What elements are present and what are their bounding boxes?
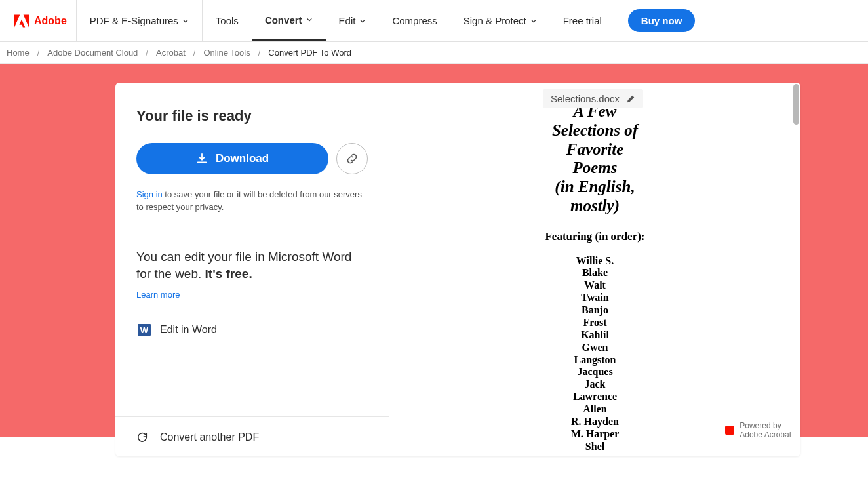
breadcrumb-doc-cloud[interactable]: Adobe Document Cloud	[47, 48, 138, 58]
adobe-logo-box[interactable]: Adobe	[5, 0, 77, 41]
download-icon	[196, 153, 208, 165]
refresh-icon	[136, 432, 148, 443]
edit-promo-text: You can edit your file in Microsoft Word…	[136, 249, 368, 283]
filename-text: Selections.docx	[551, 93, 620, 104]
edit-in-word-label: Edit in Word	[160, 324, 217, 336]
left-panel: Your file is ready Download Sign in to s…	[115, 83, 389, 456]
nav-sign-protect[interactable]: Sign & Protect	[450, 0, 550, 41]
adobe-logo-text: Adobe	[34, 15, 67, 27]
nav-free-trial-label: Free trial	[563, 15, 602, 26]
nav-tools-label: Tools	[216, 15, 239, 26]
breadcrumb-separator: /	[146, 48, 148, 58]
adobe-logo-icon	[14, 14, 29, 28]
download-row: Download	[136, 143, 368, 174]
chevron-down-icon	[306, 16, 313, 23]
nav-convert-label: Convert	[265, 14, 302, 26]
breadcrumb-home[interactable]: Home	[7, 48, 30, 58]
breadcrumb-current: Convert PDF To Word	[268, 48, 351, 58]
top-navigation: Adobe PDF & E-Signatures Tools Convert E…	[0, 0, 868, 42]
nav-compress-label: Compress	[392, 15, 437, 26]
nav-free-trial[interactable]: Free trial	[550, 0, 615, 41]
doc-title: A FewSelections ofFavoritePoems(in Engli…	[448, 102, 741, 216]
convert-another-button[interactable]: Convert another PDF	[136, 430, 368, 443]
signin-message: Sign in to save your file or it will be …	[136, 189, 368, 214]
copy-link-button[interactable]	[336, 143, 368, 174]
chevron-down-icon	[530, 18, 537, 24]
poet-list: Willie S.BlakeWaltTwainBanjoFrostKahlilG…	[448, 255, 741, 453]
nav-sign-protect-label: Sign & Protect	[464, 15, 526, 26]
nav-pdf-esignatures-label: PDF & E-Signatures	[90, 15, 178, 26]
convert-another-label: Convert another PDF	[160, 432, 259, 443]
nav-pdf-esignatures[interactable]: PDF & E-Signatures	[77, 0, 203, 41]
chevron-down-icon	[359, 18, 366, 24]
preview-panel: Selections.docx A FewSelections ofFavori…	[389, 83, 800, 456]
download-button[interactable]: Download	[136, 143, 328, 174]
download-button-label: Download	[216, 152, 269, 165]
buy-now-button[interactable]: Buy now	[628, 9, 696, 32]
breadcrumb-separator: /	[258, 48, 261, 58]
nav-edit-label: Edit	[339, 15, 356, 26]
edit-in-word-button[interactable]: W Edit in Word	[136, 322, 368, 338]
nav-edit[interactable]: Edit	[326, 0, 380, 41]
chevron-down-icon	[182, 18, 189, 24]
nav-convert[interactable]: Convert	[252, 0, 326, 41]
pencil-icon	[626, 94, 635, 104]
ready-title: Your file is ready	[136, 108, 368, 125]
divider	[115, 416, 389, 417]
scrollbar-thumb[interactable]	[793, 84, 799, 125]
nav-items: PDF & E-Signatures Tools Convert Edit Co…	[77, 0, 696, 41]
signin-link[interactable]: Sign in	[136, 190, 163, 199]
link-icon	[346, 153, 358, 165]
document-preview: A FewSelections ofFavoritePoems(in Engli…	[448, 102, 741, 456]
edit-promo-free: It's free.	[205, 267, 252, 281]
breadcrumb-online-tools[interactable]: Online Tools	[203, 48, 250, 58]
nav-tools[interactable]: Tools	[203, 0, 252, 41]
divider	[136, 230, 368, 230]
breadcrumb: Home / Adobe Document Cloud / Acrobat / …	[0, 42, 868, 64]
breadcrumb-separator: /	[37, 48, 40, 58]
pdf-icon	[725, 426, 734, 435]
powered-by-text: Powered by Adobe Acrobat	[740, 421, 791, 439]
filename-chip[interactable]: Selections.docx	[543, 89, 643, 108]
breadcrumb-acrobat[interactable]: Acrobat	[156, 48, 186, 58]
nav-compress[interactable]: Compress	[379, 0, 450, 41]
main-stage: Your file is ready Download Sign in to s…	[115, 83, 800, 456]
signin-rest: to save your file or it will be deleted …	[136, 190, 362, 212]
learn-more-link[interactable]: Learn more	[136, 290, 368, 300]
breadcrumb-separator: /	[193, 48, 196, 58]
powered-line1: Powered by	[740, 421, 791, 430]
svg-text:W: W	[140, 325, 149, 335]
doc-featuring: Featuring (in order):	[448, 230, 741, 243]
powered-line2: Adobe Acrobat	[740, 430, 791, 439]
word-icon: W	[136, 322, 152, 338]
powered-by-badge: Powered by Adobe Acrobat	[725, 421, 791, 439]
svg-rect-2	[725, 426, 734, 435]
